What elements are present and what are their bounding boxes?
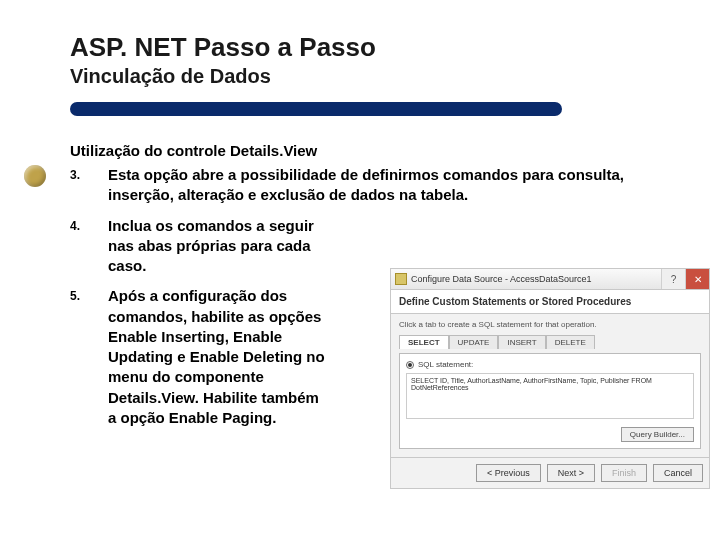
datasource-icon: [395, 273, 407, 285]
close-button[interactable]: ✕: [685, 269, 709, 289]
cancel-button[interactable]: Cancel: [653, 464, 703, 482]
tab-update[interactable]: UPDATE: [449, 335, 499, 349]
wizard-window: Configure Data Source - AccessDataSource…: [390, 268, 710, 489]
slide-subtitle: Vinculação de Dados: [70, 65, 670, 88]
sql-textarea[interactable]: SELECT ID, Title, AuthorLastName, Author…: [406, 373, 694, 419]
slide-title: ASP. NET Passo a Passo: [70, 32, 670, 63]
section-heading: Utilização do controle Details.View: [70, 142, 670, 159]
title-divider: [70, 102, 562, 116]
wizard-footer: < Previous Next > Finish Cancel: [390, 458, 710, 489]
list-item: 3. Esta opção abre a possibilidade de de…: [70, 165, 670, 206]
query-builder-button[interactable]: Query Builder...: [621, 427, 694, 442]
list-item: 5. Após a configuração dos comandos, hab…: [70, 286, 330, 428]
list-text: Inclua os comandos a seguir nas abas pró…: [108, 216, 330, 277]
list-number: 4.: [70, 216, 90, 277]
next-button[interactable]: Next >: [547, 464, 595, 482]
wizard-tabs: SELECT UPDATE INSERT DELETE: [399, 335, 701, 349]
finish-button[interactable]: Finish: [601, 464, 647, 482]
wizard-body: Click a tab to create a SQL statement fo…: [390, 314, 710, 458]
previous-button[interactable]: < Previous: [476, 464, 541, 482]
help-button[interactable]: ?: [661, 269, 685, 289]
tab-insert[interactable]: INSERT: [498, 335, 545, 349]
list-number: 5.: [70, 286, 90, 428]
tab-delete[interactable]: DELETE: [546, 335, 595, 349]
radio-sql-statement[interactable]: [406, 361, 414, 369]
wizard-helper-text: Click a tab to create a SQL statement fo…: [399, 320, 701, 329]
wizard-header: Define Custom Statements or Stored Proce…: [390, 290, 710, 314]
wizard-tabpanel: SQL statement: SELECT ID, Title, AuthorL…: [399, 353, 701, 449]
radio-label: SQL statement:: [418, 360, 473, 369]
list-item: 4. Inclua os comandos a seguir nas abas …: [70, 216, 330, 277]
tab-select[interactable]: SELECT: [399, 335, 449, 349]
bullet-dot-icon: [24, 165, 46, 187]
list-number: 3.: [70, 165, 90, 206]
list-text: Após a configuração dos comandos, habili…: [108, 286, 330, 428]
wizard-titlebar: Configure Data Source - AccessDataSource…: [390, 268, 710, 290]
list-text: Esta opção abre a possibilidade de defin…: [108, 165, 670, 206]
wizard-window-title: Configure Data Source - AccessDataSource…: [411, 274, 592, 284]
